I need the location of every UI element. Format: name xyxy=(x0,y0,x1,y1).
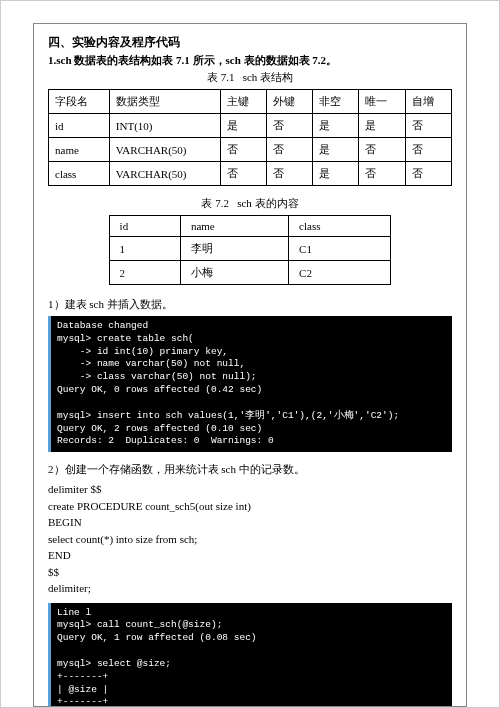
cell: 是 xyxy=(359,114,405,138)
terminal-output-2: Line l mysql> call count_sch(@size); Que… xyxy=(48,603,452,707)
table-header-row: id name class xyxy=(109,216,391,237)
col-header: id xyxy=(109,216,180,237)
cell: 否 xyxy=(359,138,405,162)
cell: C2 xyxy=(289,261,391,285)
section-heading: 四、实验内容及程序代码 xyxy=(48,34,452,51)
cell: 是 xyxy=(313,114,359,138)
step2-text: 2）创建一个存储函数，用来统计表 sch 中的记录数。 xyxy=(48,462,452,477)
cell: VARCHAR(50) xyxy=(109,138,220,162)
struct-table: 字段名 数据类型 主键 外键 非空 唯一 自增 id INT(10) 是 否 是… xyxy=(48,89,452,186)
code-block-2: delimiter $$ create PROCEDURE count_sch5… xyxy=(48,481,452,597)
cell: 否 xyxy=(266,162,312,186)
step1-text: 1）建表 sch 并插入数据。 xyxy=(48,297,452,312)
table-row: name VARCHAR(50) 否 否 是 否 否 xyxy=(49,138,452,162)
col-header: 唯一 xyxy=(359,90,405,114)
col-header: 主键 xyxy=(220,90,266,114)
cell: 否 xyxy=(405,162,451,186)
cell: 是 xyxy=(313,162,359,186)
cell: 否 xyxy=(359,162,405,186)
cell: 否 xyxy=(220,162,266,186)
table-row: class VARCHAR(50) 否 否 是 否 否 xyxy=(49,162,452,186)
cell: VARCHAR(50) xyxy=(109,162,220,186)
col-header: 数据类型 xyxy=(109,90,220,114)
table71-caption: 表 7.1 sch 表结构 xyxy=(48,70,452,85)
col-header: 非空 xyxy=(313,90,359,114)
cell: 小梅 xyxy=(180,261,288,285)
cell: 是 xyxy=(220,114,266,138)
table-row: 1 李明 C1 xyxy=(109,237,391,261)
subsection-heading: 1.sch 数据表的表结构如表 7.1 所示，sch 表的数据如表 7.2。 xyxy=(48,53,452,68)
col-header: name xyxy=(180,216,288,237)
col-header: class xyxy=(289,216,391,237)
terminal-output-1: Database changed mysql> create table sch… xyxy=(48,316,452,452)
cell: name xyxy=(49,138,110,162)
content-table: id name class 1 李明 C1 2 小梅 C2 xyxy=(109,215,392,285)
cell: class xyxy=(49,162,110,186)
cell: 2 xyxy=(109,261,180,285)
table-header-row: 字段名 数据类型 主键 外键 非空 唯一 自增 xyxy=(49,90,452,114)
cell: C1 xyxy=(289,237,391,261)
cell: 是 xyxy=(313,138,359,162)
cell: INT(10) xyxy=(109,114,220,138)
table-row: id INT(10) 是 否 是 是 否 xyxy=(49,114,452,138)
cell: 1 xyxy=(109,237,180,261)
cell: id xyxy=(49,114,110,138)
cell: 否 xyxy=(266,114,312,138)
cell: 否 xyxy=(405,138,451,162)
content-frame: 四、实验内容及程序代码 1.sch 数据表的表结构如表 7.1 所示，sch 表… xyxy=(33,23,467,707)
table-row: 2 小梅 C2 xyxy=(109,261,391,285)
col-header: 外键 xyxy=(266,90,312,114)
col-header: 字段名 xyxy=(49,90,110,114)
cell: 否 xyxy=(220,138,266,162)
cell: 李明 xyxy=(180,237,288,261)
table72-caption: 表 7.2 sch 表的内容 xyxy=(48,196,452,211)
cell: 否 xyxy=(266,138,312,162)
col-header: 自增 xyxy=(405,90,451,114)
page: 四、实验内容及程序代码 1.sch 数据表的表结构如表 7.1 所示，sch 表… xyxy=(0,0,500,708)
cell: 否 xyxy=(405,114,451,138)
